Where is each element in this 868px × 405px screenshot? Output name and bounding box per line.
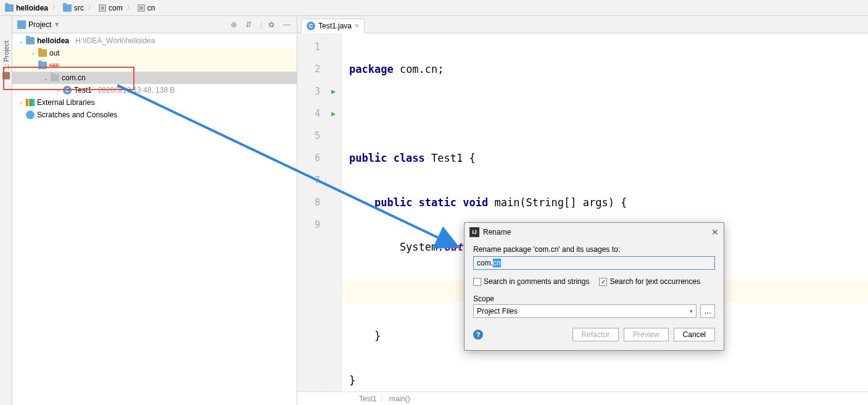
expand-arrow-icon[interactable]: ›: [53, 87, 63, 94]
expand-arrow-icon[interactable]: ⌄: [41, 75, 51, 81]
project-tool-tab[interactable]: 1: Project: [2, 41, 10, 79]
breadcrumb-sep: 〉: [124, 2, 136, 13]
chevron-down-icon: ▾: [690, 308, 693, 314]
package-icon: [138, 4, 145, 12]
gear-icon[interactable]: ✿: [268, 20, 277, 29]
tree-node-out[interactable]: › out: [12, 47, 297, 59]
editor-tab[interactable]: C Test1.java ×: [301, 19, 365, 33]
tool-window-stripe[interactable]: 1: Project: [0, 16, 12, 405]
project-panel: Project ▼ ⊕ ⇵ | ✿ — ⌄ helloideaH:\IDEA_W…: [12, 16, 297, 405]
folder-icon: [5, 4, 14, 12]
chevron-down-icon[interactable]: ▼: [54, 21, 60, 28]
project-panel-header: Project ▼ ⊕ ⇵ | ✿ —: [12, 16, 297, 33]
breadcrumb-item-com[interactable]: com: [97, 4, 124, 12]
close-tab-icon[interactable]: ×: [355, 22, 359, 30]
breadcrumb-sep: 〉: [85, 2, 97, 13]
folder-icon: [63, 4, 72, 12]
app-logo-icon: IJ: [469, 227, 479, 237]
libraries-icon: [26, 99, 35, 106]
tree-node-scratches[interactable]: › Scratches and Consoles: [12, 109, 297, 121]
rename-prompt-label: Rename package 'com.cn' and its usages t…: [473, 245, 715, 254]
dialog-titlebar[interactable]: IJ Rename ✕: [465, 223, 724, 241]
breadcrumb-sep: 〉: [49, 2, 62, 13]
project-header-title[interactable]: Project: [28, 20, 51, 29]
scope-label: Scope: [473, 294, 715, 303]
breadcrumb-item-src[interactable]: src: [62, 4, 85, 12]
breadcrumb-bar: helloidea 〉 src 〉 com 〉 cn: [0, 0, 868, 16]
expand-arrow-icon[interactable]: ›: [16, 99, 26, 106]
collapse-all-icon[interactable]: ⇵: [246, 20, 254, 29]
run-line-marker-icon[interactable]: ▶: [326, 102, 341, 125]
close-icon[interactable]: ✕: [711, 227, 719, 237]
expand-arrow-icon[interactable]: ⌄: [28, 62, 38, 69]
project-header-icon: [17, 20, 26, 29]
run-gutter: ▶ ▶: [326, 33, 342, 391]
search-text-checkbox[interactable]: ✓Search for text occurrences: [599, 277, 700, 286]
expand-arrow-icon[interactable]: ›: [28, 50, 38, 57]
rename-input[interactable]: com.cn: [473, 256, 715, 270]
tree-node-class[interactable]: › CTest12020/3/18 13:48, 138 B: [12, 84, 297, 96]
breadcrumb-item-root[interactable]: helloidea: [4, 4, 49, 12]
tree-node-package[interactable]: ⌄ com.cn: [12, 72, 297, 84]
scratches-icon: [26, 111, 35, 119]
preview-button[interactable]: Preview: [624, 328, 669, 341]
search-comments-checkbox[interactable]: Search in comments and strings: [473, 277, 589, 286]
locate-icon[interactable]: ⊕: [231, 20, 239, 29]
expand-arrow-icon[interactable]: ⌄: [16, 38, 26, 44]
java-class-icon: C: [63, 86, 72, 94]
source-folder-icon: [38, 62, 47, 69]
dialog-title: Rename: [483, 228, 708, 236]
refactor-button[interactable]: Refactor: [572, 328, 619, 341]
folder-icon: [38, 49, 47, 57]
breadcrumb-item-cn[interactable]: cn: [136, 4, 157, 12]
project-folder-icon: [26, 37, 35, 44]
tree-node-project-root[interactable]: ⌄ helloideaH:\IDEA_Work\helloidea: [12, 35, 297, 47]
project-tree[interactable]: ⌄ helloideaH:\IDEA_Work\helloidea › out …: [12, 33, 297, 405]
editor-tab-label: Test1.java: [318, 22, 352, 30]
tree-node-src[interactable]: ⌄ src: [12, 59, 297, 72]
scope-dropdown[interactable]: Project Files▾: [473, 304, 696, 318]
tree-node-external-libraries[interactable]: › External Libraries: [12, 96, 297, 109]
line-number-gutter: 123456789: [297, 33, 326, 391]
scope-more-button[interactable]: …: [700, 304, 715, 318]
rename-dialog: IJ Rename ✕ Rename package 'com.cn' and …: [464, 222, 724, 351]
help-icon[interactable]: ?: [473, 330, 483, 340]
package-icon: [99, 4, 106, 12]
java-class-icon: C: [307, 22, 315, 30]
package-icon: [51, 74, 59, 81]
cancel-button[interactable]: Cancel: [674, 328, 715, 341]
hide-icon[interactable]: —: [283, 20, 292, 29]
run-line-marker-icon[interactable]: ▶: [326, 80, 341, 102]
editor-tab-bar: C Test1.java ×: [297, 16, 868, 33]
project-tab-icon: [2, 72, 10, 79]
